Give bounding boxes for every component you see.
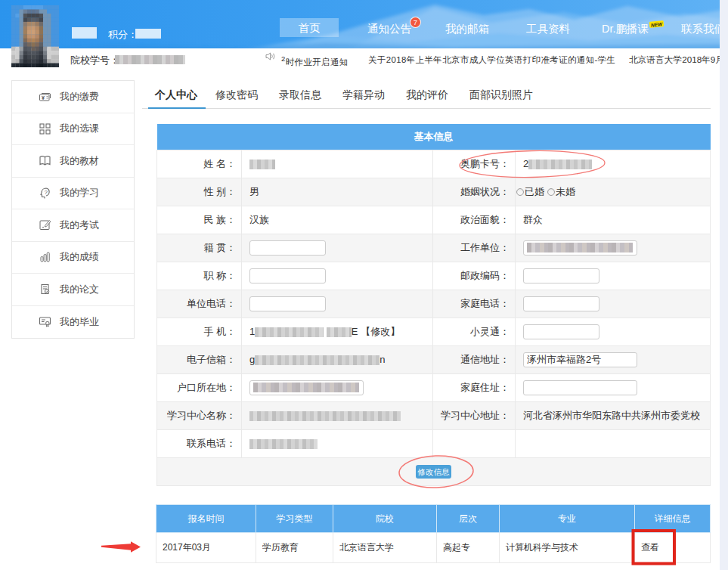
svg-text:?: ? [45, 188, 48, 195]
svg-text:¥: ¥ [42, 94, 45, 101]
